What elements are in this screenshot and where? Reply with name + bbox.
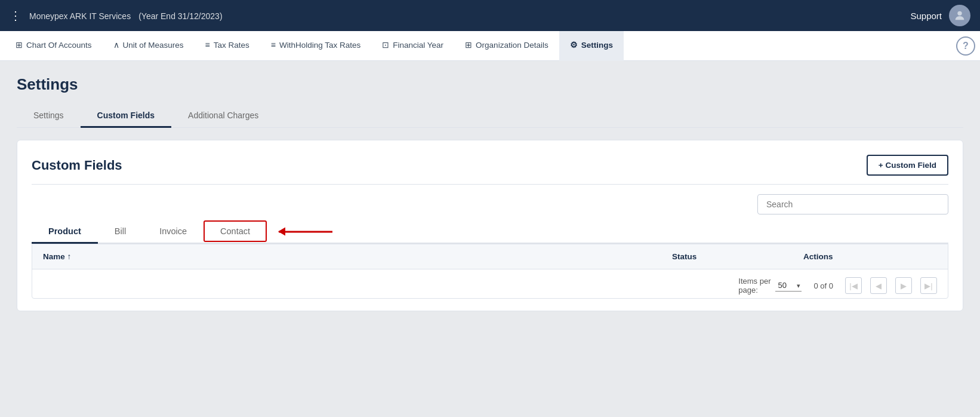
entity-tab-bill[interactable]: Bill [98,220,143,244]
support-label[interactable]: Support [910,11,942,21]
chart-icon: ⊞ [16,40,23,50]
nav-label: Chart Of Accounts [26,41,92,50]
table-header-row: Name ↑ Status Actions [32,244,948,269]
help-button[interactable]: ? [956,36,975,56]
nav-organization-details[interactable]: ⊞ Organization Details [454,31,559,61]
search-row [32,194,948,214]
nav-chart-of-accounts[interactable]: ⊞ Chart Of Accounts [5,31,103,61]
nav-financial-year[interactable]: ⊡ Financial Year [371,31,454,61]
navbar: ⊞ Chart Of Accounts ∧ Unit of Measures ≡… [0,31,980,61]
items-per-page-select-wrapper[interactable]: 10 25 50 100 [775,280,802,292]
entity-tab-invoice[interactable]: Invoice [143,220,204,244]
entity-tab-product[interactable]: Product [32,220,98,244]
col-actions: Actions [793,244,948,269]
card-title: Custom Fields [32,158,122,173]
col-status: Status [661,244,793,269]
tab-additional-charges[interactable]: Additional Charges [171,105,275,128]
financial-icon: ⊡ [382,40,389,50]
custom-fields-card: Custom Fields + Custom Field Product Bil… [17,140,963,311]
items-per-page: Items perpage: 10 25 50 100 [738,277,802,295]
last-page-button[interactable]: ▶| [920,277,937,294]
arrow-line [279,231,332,232]
org-icon: ⊞ [465,40,472,50]
card-header: Custom Fields + Custom Field [32,155,948,185]
col-name: Name ↑ [32,244,661,269]
page-content: Settings Settings Custom Fields Addition… [0,61,980,326]
next-page-button[interactable]: ▶ [895,277,912,294]
svg-point-0 [957,11,961,16]
contact-tab-container: Contact [204,220,267,243]
nav-withholding-tax-rates[interactable]: ≡ WithHolding Tax Rates [260,31,371,61]
tab-custom-fields[interactable]: Custom Fields [81,105,171,128]
entity-tab-contact[interactable]: Contact [204,220,267,242]
prev-page-button[interactable]: ◀ [870,277,887,294]
nav-label: WithHolding Tax Rates [279,41,360,50]
search-input[interactable] [757,194,948,214]
tab-settings[interactable]: Settings [17,105,81,128]
avatar[interactable] [949,5,970,26]
tax-icon: ≡ [205,40,210,50]
nav-label: Tax Rates [214,41,249,50]
nav-settings[interactable]: ⚙ Settings [559,31,624,61]
pagination-row: Items perpage: 10 25 50 100 0 of 0 |◀ ◀ … [32,269,948,298]
nav-label: Organization Details [476,41,548,50]
custom-fields-table: Name ↑ Status Actions [32,244,948,269]
items-per-page-label: Items perpage: [738,277,771,295]
nav-tax-rates[interactable]: ≡ Tax Rates [195,31,260,61]
nav-unit-of-measures[interactable]: ∧ Unit of Measures [103,31,195,61]
nav-label: Unit of Measures [123,41,184,50]
annotation-arrow [279,231,332,232]
menu-dots-icon[interactable]: ⋮ [10,8,22,23]
settings-icon: ⚙ [570,40,578,50]
table-wrap: Name ↑ Status Actions Items perpage: 10 [32,244,948,299]
entity-tabs: Product Bill Invoice Contact [32,220,948,244]
year-end: (Year End 31/12/2023) [138,11,222,21]
app-title: Moneypex ARK IT Services (Year End 31/12… [29,10,910,22]
withholding-icon: ≡ [271,40,276,50]
page-count: 0 of 0 [813,281,833,290]
sub-tabs: Settings Custom Fields Additional Charge… [17,105,963,128]
add-custom-field-button[interactable]: + Custom Field [867,155,948,176]
page-title: Settings [17,75,963,94]
nav-label: Financial Year [393,41,443,50]
first-page-button[interactable]: |◀ [845,277,862,294]
unit-icon: ∧ [113,40,119,50]
nav-label: Settings [581,41,613,50]
company-name: Moneypex ARK IT Services [29,11,131,21]
items-per-page-select[interactable]: 10 25 50 100 [775,280,802,292]
topbar: ⋮ Moneypex ARK IT Services (Year End 31/… [0,0,980,31]
